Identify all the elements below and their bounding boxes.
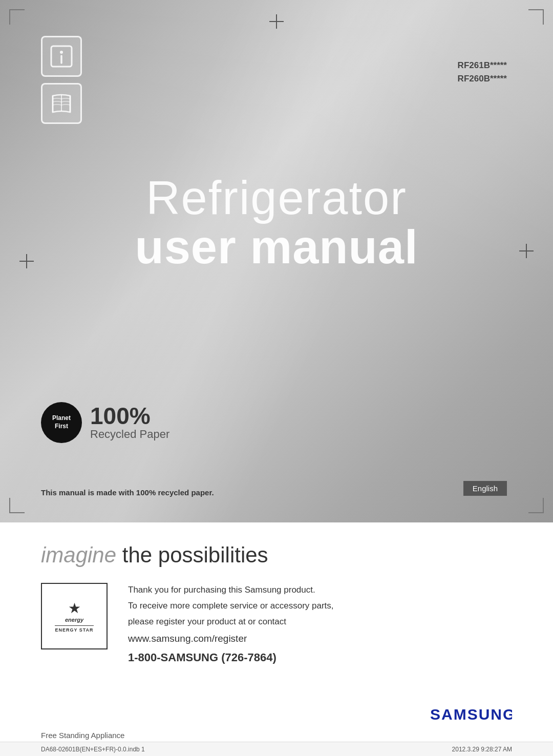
cover-corner-bl [9,498,25,513]
cover-section: RF261B***** RF260B***** Refrigerator use… [0,0,553,522]
title-user-manual: user manual [97,221,456,273]
model-numbers: RF261B***** RF260B***** [458,59,507,85]
free-standing-label: Free Standing Appliance [41,731,124,740]
manual-note: This manual is made with 100% recycled p… [41,488,214,497]
footer-datetime: 2012.3.29 9:28:27 AM [452,746,512,753]
samsung-logo-text: SAMSUNG [430,709,512,727]
desc-line2: To receive more complete service or acce… [128,599,512,613]
desc-line1: Thank you for purchasing this Samsung pr… [128,583,512,597]
energy-star-icon: ★ [68,600,81,617]
crosshair-top-icon [269,14,284,29]
energy-star-inner: ★ energy ENERGY STAR [55,600,93,632]
english-badge: English [463,481,507,496]
cover-corner-tl [9,9,25,25]
bottom-section: imagine the possibilities ★ energy ENERG… [0,522,553,756]
phone-number: 1-800-SAMSUNG (726-7864) [128,648,512,666]
bottom-content: ★ energy ENERGY STAR Thank you for purch… [41,583,512,668]
planet-text: Planet [52,414,71,423]
product-description: Thank you for purchasing this Samsung pr… [128,583,512,668]
crosshair-left-icon [19,254,34,268]
tagline-imagine: imagine [41,543,116,567]
page-wrapper: RF261B***** RF260B***** Refrigerator use… [0,0,553,756]
energy-word: energy [65,617,83,623]
recycled-label: Recycled Paper [90,428,169,441]
samsung-svg-logo: SAMSUNG [430,703,512,724]
cover-corner-br [528,498,544,513]
planet-first-area: Planet First 100% Recycled Paper [41,402,169,443]
website-url: www.samsung.com/register [128,631,512,646]
energy-star-label: ENERGY STAR [55,625,93,633]
recycled-info: 100% Recycled Paper [90,404,169,441]
book-icon [49,91,74,116]
planet-first-badge: Planet First [41,402,82,443]
desc-line3: please register your product at or conta… [128,615,512,628]
tagline: imagine the possibilities [41,543,512,568]
footer-file-info: DA68-02601B(EN+ES+FR)-0.0.indb 1 [41,746,145,753]
first-text: First [55,423,68,431]
title-refrigerator: Refrigerator [97,174,456,221]
info-icon [49,44,74,69]
book-icon-box [41,83,82,124]
cover-corner-tr [528,9,544,25]
crosshair-right-icon [519,244,534,258]
recycled-percent: 100% [90,404,169,428]
model-number-2: RF260B***** [458,72,507,86]
energy-text: energy [65,617,83,623]
footer-bar: DA68-02601B(EN+ES+FR)-0.0.indb 1 2012.3.… [0,742,553,756]
title-area: Refrigerator user manual [97,174,456,273]
samsung-logo: SAMSUNG [430,703,512,728]
tagline-possibilities: the possibilities [116,543,268,567]
model-number-1: RF261B***** [458,59,507,72]
icons-area [41,36,82,124]
svg-text:SAMSUNG: SAMSUNG [430,706,512,723]
energy-star-logo: ★ energy ENERGY STAR [41,583,108,649]
svg-point-1 [60,51,63,54]
info-icon-box [41,36,82,77]
